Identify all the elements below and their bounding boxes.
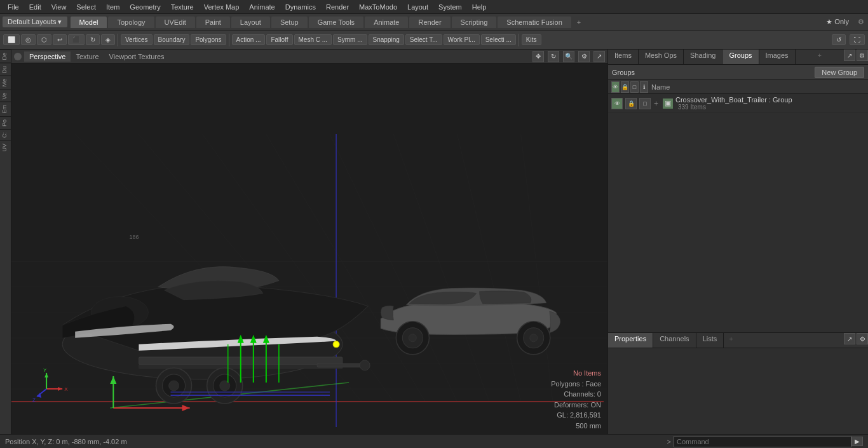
tool-polygons[interactable]: Polygons (191, 34, 226, 45)
groups-check-btn[interactable]: □ (630, 81, 639, 93)
tool-action[interactable]: Action ... (232, 34, 266, 45)
tab-groups[interactable]: Groups (722, 50, 759, 64)
prop-panel-expand[interactable]: ↗ (844, 333, 855, 344)
menu-dynamics[interactable]: Dynamics (280, 2, 321, 12)
tool-snapping[interactable]: Snapping (369, 34, 404, 45)
tool-rotate-left[interactable]: ↺ (832, 34, 846, 45)
groups-eye-btn[interactable]: 👁 (611, 81, 620, 93)
tool-shape6[interactable]: ↻ (86, 34, 100, 45)
tool-boundary[interactable]: Boundary (154, 34, 190, 45)
menu-vertex-map[interactable]: Vertex Map (199, 2, 245, 12)
tab-mesh-ops[interactable]: Mesh Ops (639, 50, 684, 64)
tool-work-pl[interactable]: Work Pl... (444, 34, 480, 45)
tool-falloff[interactable]: Falloff (266, 34, 292, 45)
right-panel-expand[interactable]: ↗ (844, 50, 855, 61)
tab-game-tools[interactable]: Game Tools (309, 17, 364, 28)
group-lock-icon[interactable]: 🔒 (625, 98, 637, 109)
group-eye-icon[interactable]: 👁 (611, 98, 623, 109)
right-panel-settings[interactable]: ⚙ (857, 50, 868, 61)
group-name: Crossover_With_Boat_Trailer : Group (675, 96, 792, 104)
menu-edit[interactable]: Edit (24, 2, 46, 12)
new-group-button[interactable]: New Group (815, 67, 864, 78)
group-item[interactable]: 👁 🔒 □ + ▣ Crossover_With_Boat_Trailer : … (608, 94, 868, 113)
prop-tab-channels[interactable]: Channels (653, 333, 696, 348)
left-tool-me[interactable]: Me (0, 76, 11, 90)
add-prop-tab[interactable]: + (724, 333, 738, 348)
prop-tab-lists[interactable]: Lists (696, 333, 724, 348)
viewport-tab-perspective[interactable]: Perspective (24, 51, 71, 62)
tab-setup[interactable]: Setup (271, 17, 308, 28)
groups-lock-btn[interactable]: 🔒 (621, 81, 629, 93)
tab-paint[interactable]: Paint (196, 17, 230, 28)
tool-fullscreen[interactable]: ⛶ (850, 34, 865, 45)
tool-selecti[interactable]: Selecti ... (481, 34, 516, 45)
tool-shape7[interactable]: ◈ (101, 34, 115, 45)
tab-shading[interactable]: Shading (684, 50, 722, 64)
add-layout-tab[interactable]: + (572, 17, 586, 28)
left-tool-de[interactable]: De (0, 50, 11, 63)
viewport-tab-texture[interactable]: Texture (71, 51, 104, 62)
viewport-move-icon[interactable]: ✥ (532, 51, 544, 62)
group-add-button[interactable]: + (654, 99, 663, 108)
groups-list[interactable]: 👁 🔒 □ + ▣ Crossover_With_Boat_Trailer : … (608, 94, 868, 332)
tab-render[interactable]: Render (409, 17, 450, 28)
tab-topology[interactable]: Topology (108, 17, 154, 28)
tab-model[interactable]: Model (71, 17, 107, 28)
prop-tab-properties[interactable]: Properties (608, 333, 653, 348)
tool-select-t[interactable]: Select T... (405, 34, 442, 45)
left-tool-em[interactable]: Em (0, 102, 11, 116)
viewport-canvas[interactable]: X Y Z 186 No Items Polygons : Face Chann… (11, 64, 607, 434)
menu-view[interactable]: View (46, 2, 72, 12)
group-check-icon[interactable]: □ (639, 98, 651, 109)
command-input[interactable] (674, 436, 851, 447)
command-submit-button[interactable]: ▶ (851, 437, 863, 446)
menu-texture[interactable]: Texture (166, 2, 199, 12)
tab-scripting[interactable]: Scripting (452, 17, 497, 28)
menu-item[interactable]: Item (101, 2, 125, 12)
left-tool-uv[interactable]: UV (0, 140, 11, 154)
tab-items[interactable]: Items (608, 50, 639, 64)
menu-help[interactable]: Help (467, 2, 492, 12)
left-tool-po[interactable]: Po (0, 116, 11, 129)
tab-schematic-fusion[interactable]: Schematic Fusion (498, 17, 571, 28)
viewport-settings-icon[interactable]: ⚙ (578, 51, 590, 62)
properties-panel: Properties Channels Lists + ↗ ⚙ (608, 332, 868, 434)
tab-animate[interactable]: Animate (365, 17, 408, 28)
tool-kits[interactable]: Kits (522, 34, 541, 45)
tool-shape2[interactable]: ◎ (21, 34, 36, 45)
tool-symm[interactable]: Symm ... (333, 34, 367, 45)
menu-system[interactable]: System (433, 2, 467, 12)
left-tool-c[interactable]: C: (0, 129, 11, 140)
menu-file[interactable]: File (3, 2, 24, 12)
menu-maxtomodo[interactable]: MaxToModo (354, 2, 402, 12)
star-only-button[interactable]: ★ Only (821, 17, 854, 27)
tab-uvedit[interactable]: UVEdit (156, 17, 195, 28)
menu-select[interactable]: Select (71, 2, 101, 12)
add-right-tab[interactable]: + (813, 50, 827, 64)
viewport-zoom-icon[interactable]: 🔍 (563, 51, 574, 62)
tool-shape5[interactable]: ⬛ (68, 34, 85, 45)
tool-vertices[interactable]: Vertices (121, 34, 153, 45)
menu-layout[interactable]: Layout (402, 2, 433, 12)
tool-mesh-c[interactable]: Mesh C ... (294, 34, 332, 45)
menu-geometry[interactable]: Geometry (125, 2, 165, 12)
status-deformers: Deformers: ON (551, 400, 601, 411)
viewport-rotate-icon[interactable]: ↻ (548, 51, 559, 62)
settings-icon[interactable]: ⚙ (854, 17, 868, 27)
tool-shape3[interactable]: ⬡ (37, 34, 51, 45)
tool-shape4[interactable]: ↩ (53, 34, 67, 45)
tab-images[interactable]: Images (759, 50, 796, 64)
menu-animate[interactable]: Animate (244, 2, 280, 12)
groups-info-btn[interactable]: ℹ (640, 81, 648, 93)
menu-bar: File Edit View Select Item Geometry Text… (0, 0, 868, 14)
viewport-expand-icon[interactable]: ↗ (593, 51, 605, 62)
tool-shape1[interactable]: ⬜ (3, 34, 20, 45)
prop-panel-settings[interactable]: ⚙ (857, 333, 868, 344)
left-tool-ve[interactable]: Ve (0, 90, 11, 102)
viewport-dot[interactable] (14, 53, 22, 60)
viewport-tab-viewport-textures[interactable]: Viewport Textures (104, 51, 170, 62)
tab-layout[interactable]: Layout (231, 17, 270, 28)
left-tool-du[interactable]: Du (0, 63, 11, 76)
default-layouts-dropdown[interactable]: Default Layouts ▾ (3, 17, 67, 27)
menu-render[interactable]: Render (321, 2, 354, 12)
